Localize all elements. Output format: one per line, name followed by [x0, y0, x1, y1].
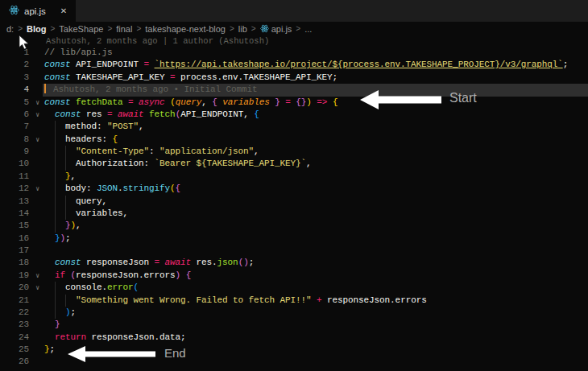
- code-line-21[interactable]: 21 "Something went Wrong. Failed to fetc…: [0, 295, 588, 307]
- line-number[interactable]: 19: [0, 270, 32, 282]
- line-number[interactable]: 13: [0, 196, 32, 208]
- code-line-23[interactable]: 23 }: [0, 319, 588, 331]
- fold-chevron-icon[interactable]: ∨: [32, 183, 43, 195]
- line-number[interactable]: 11: [0, 171, 32, 183]
- line-number[interactable]: 3: [0, 72, 32, 84]
- line-content[interactable]: [43, 245, 588, 257]
- line-number[interactable]: 25: [0, 344, 32, 356]
- code-line-1[interactable]: 1// lib/api.js: [0, 47, 588, 59]
- line-content[interactable]: };: [43, 344, 588, 356]
- code-token: res.: [191, 258, 217, 267]
- breadcrumb-item-blog[interactable]: Blog: [27, 24, 46, 34]
- code-token: {}: [296, 97, 306, 107]
- line-number[interactable]: 20: [0, 282, 32, 294]
- line-number[interactable]: 1: [0, 47, 32, 59]
- line-content[interactable]: return responseJson.data;: [43, 332, 588, 344]
- breadcrumb-item--[interactable]: ...: [304, 24, 312, 34]
- code-token: query: [176, 97, 202, 107]
- line-content[interactable]: body: JSON.stringify({: [43, 183, 588, 195]
- code-line-2[interactable]: 2const API_ENDPOINT = `https://api.takes…: [0, 59, 588, 71]
- line-content[interactable]: });: [43, 233, 588, 245]
- code-line-24[interactable]: 24 return responseJson.data;: [0, 332, 588, 344]
- line-content[interactable]: // lib/api.js: [43, 47, 588, 59]
- line-content[interactable]: query,: [43, 196, 588, 208]
- line-content[interactable]: Authorization: `Bearer ${TAKESHAPE_API_K…: [43, 158, 588, 170]
- code-line-4[interactable]: 4Ashutosh, 2 months ago • Initial Commit: [0, 84, 588, 96]
- code-line-26[interactable]: 26: [0, 356, 588, 368]
- line-number[interactable]: 9: [0, 146, 32, 158]
- line-content[interactable]: "Something went Wrong. Failed to fetch A…: [43, 295, 588, 307]
- line-number[interactable]: 23: [0, 319, 32, 331]
- line-number[interactable]: 18: [0, 257, 32, 269]
- line-content[interactable]: Ashutosh, 2 months ago • Initial Commit: [43, 84, 588, 96]
- fold-chevron-icon[interactable]: ∨: [32, 270, 43, 282]
- code-line-5[interactable]: 5∨const fetchData = async (query, { vari…: [0, 97, 588, 109]
- code-line-18[interactable]: 18 const responseJson = await res.json()…: [0, 257, 588, 269]
- fold-chevron-icon[interactable]: ∨: [32, 109, 43, 121]
- line-content[interactable]: [43, 356, 588, 368]
- code-line-11[interactable]: 11 },: [0, 171, 588, 183]
- code-line-25[interactable]: 25};: [0, 344, 588, 356]
- code-line-14[interactable]: 14 variables,: [0, 208, 588, 220]
- code-line-19[interactable]: 19∨ if (responseJson.errors) {: [0, 270, 588, 282]
- code-token: const: [55, 258, 81, 267]
- line-content[interactable]: },: [43, 171, 588, 183]
- breadcrumb-item-lib[interactable]: lib: [238, 24, 247, 34]
- line-number[interactable]: 22: [0, 307, 32, 319]
- code-line-15[interactable]: 15 }),: [0, 220, 588, 232]
- line-content[interactable]: variables,: [43, 208, 588, 220]
- breadcrumb-item-api-js[interactable]: api.js: [260, 24, 292, 34]
- line-number[interactable]: 2: [0, 59, 32, 71]
- breadcrumb-item-takeshape-next-blog[interactable]: takeshape-next-blog: [145, 24, 226, 34]
- line-number[interactable]: 12: [0, 183, 32, 195]
- line-number[interactable]: 17: [0, 245, 32, 257]
- code-line-7[interactable]: 7 method: "POST",: [0, 121, 588, 133]
- code-token: {: [113, 134, 118, 144]
- line-content[interactable]: headers: {: [43, 134, 588, 146]
- breadcrumb-item-d-[interactable]: d:: [6, 24, 14, 34]
- line-content[interactable]: console.error(: [43, 282, 588, 294]
- line-number[interactable]: 7: [0, 121, 32, 133]
- code-line-10[interactable]: 10 Authorization: `Bearer ${TAKESHAPE_AP…: [0, 158, 588, 170]
- line-number[interactable]: 8: [0, 134, 32, 146]
- code-line-22[interactable]: 22 );: [0, 307, 588, 319]
- breadcrumb-item-final[interactable]: final: [116, 24, 132, 34]
- code-line-16[interactable]: 16 });: [0, 233, 588, 245]
- code-line-3[interactable]: 3const TAKESHAPE_API_KEY = process.env.T…: [0, 72, 588, 84]
- tab-api-js[interactable]: api.js ✕: [0, 0, 76, 22]
- fold-chevron-icon[interactable]: ∨: [32, 97, 43, 109]
- line-content[interactable]: const API_ENDPOINT = `https://api.takesh…: [43, 59, 588, 71]
- code-line-8[interactable]: 8∨ headers: {: [0, 134, 588, 146]
- line-number[interactable]: 4: [0, 84, 32, 96]
- line-content[interactable]: const fetchData = async (query, { variab…: [43, 97, 588, 109]
- line-number[interactable]: 26: [0, 356, 32, 368]
- line-content[interactable]: );: [43, 307, 588, 319]
- line-content[interactable]: const res = await fetch(API_ENDPOINT, {: [43, 109, 588, 121]
- line-number[interactable]: 15: [0, 220, 32, 232]
- close-icon[interactable]: ✕: [60, 6, 67, 15]
- line-content[interactable]: const responseJson = await res.json();: [43, 257, 588, 269]
- line-number[interactable]: 16: [0, 233, 32, 245]
- code-line-6[interactable]: 6∨ const res = await fetch(API_ENDPOINT,…: [0, 109, 588, 121]
- line-content[interactable]: }: [43, 319, 588, 331]
- line-number[interactable]: 21: [0, 295, 32, 307]
- fold-chevron-icon[interactable]: ∨: [32, 134, 43, 146]
- breadcrumb-item-takeshape[interactable]: TakeShape: [59, 24, 103, 34]
- line-content[interactable]: if (responseJson.errors) {: [43, 270, 588, 282]
- line-number[interactable]: 14: [0, 208, 32, 220]
- line-number[interactable]: 5: [0, 97, 32, 109]
- line-content[interactable]: method: "POST",: [43, 121, 588, 133]
- line-content[interactable]: const TAKESHAPE_API_KEY = process.env.TA…: [43, 72, 588, 84]
- line-number[interactable]: 6: [0, 109, 32, 121]
- codelens-blame[interactable]: Ashutosh, 2 months ago | 1 author (Ashut…: [0, 35, 588, 47]
- code-line-20[interactable]: 20∨ console.error(: [0, 282, 588, 294]
- fold-chevron-icon[interactable]: ∨: [32, 282, 43, 294]
- line-number[interactable]: 10: [0, 158, 32, 170]
- line-content[interactable]: "Content-Type": "application/json",: [43, 146, 588, 158]
- code-line-12[interactable]: 12∨ body: JSON.stringify({: [0, 183, 588, 195]
- code-line-17[interactable]: 17: [0, 245, 588, 257]
- code-line-13[interactable]: 13 query,: [0, 196, 588, 208]
- line-number[interactable]: 24: [0, 332, 32, 344]
- line-content[interactable]: }),: [43, 220, 588, 232]
- code-line-9[interactable]: 9 "Content-Type": "application/json",: [0, 146, 588, 158]
